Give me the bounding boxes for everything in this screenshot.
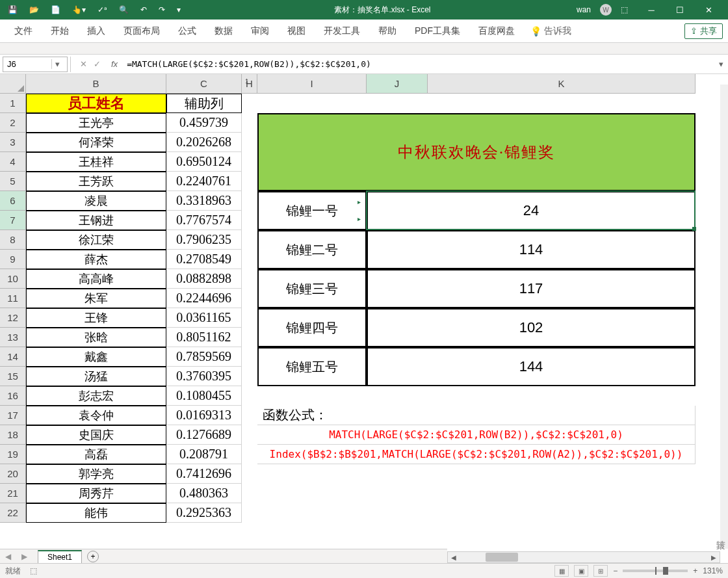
row-header-10[interactable]: 10: [0, 269, 26, 289]
ribbon-mode-icon[interactable]: ⬚: [621, 5, 628, 14]
row-header-9[interactable]: 9: [0, 250, 26, 269]
cell-b9[interactable]: 薛杰: [26, 250, 166, 269]
name-box[interactable]: J6 ▾: [3, 57, 68, 72]
header-employee-name[interactable]: 员工姓名: [26, 94, 166, 113]
row-header-17[interactable]: 17: [0, 406, 26, 425]
cell-b18[interactable]: 史国庆: [26, 425, 166, 445]
row-header-19[interactable]: 19: [0, 445, 26, 464]
row-header-16[interactable]: 16: [0, 386, 26, 406]
cell-c9[interactable]: 0.2708549: [166, 250, 242, 269]
macro-record-icon[interactable]: ⬚: [30, 566, 37, 575]
header-aux-column[interactable]: 辅助列: [166, 94, 242, 113]
formula-section-header[interactable]: 函数公式：: [257, 406, 696, 425]
col-header-B[interactable]: B: [26, 74, 166, 94]
scroll-right-icon[interactable]: ▶: [708, 554, 720, 561]
cell-c13[interactable]: 0.8051162: [166, 328, 242, 347]
tab-baidu[interactable]: 百度网盘: [469, 20, 524, 42]
cell-c3[interactable]: 0.2026268: [166, 133, 242, 152]
row-header-12[interactable]: 12: [0, 308, 26, 328]
tab-file[interactable]: 文件: [5, 20, 42, 42]
formula-line-2[interactable]: Index($B$2:$B$201,MATCH(LARGE($C$2:$C$20…: [257, 445, 696, 464]
row-header-2[interactable]: 2: [0, 113, 26, 133]
prize-banner[interactable]: 中秋联欢晚会·锦鲤奖: [257, 113, 696, 191]
cell-b7[interactable]: 王钢进: [26, 211, 166, 230]
undo-icon[interactable]: ↶: [140, 5, 147, 14]
cell-c18[interactable]: 0.1276689: [166, 425, 242, 445]
row-header-7[interactable]: 7: [0, 211, 26, 230]
row-header-22[interactable]: 22: [0, 503, 26, 523]
accept-formula-icon[interactable]: ✓: [94, 59, 101, 69]
redo-icon[interactable]: ↷: [159, 5, 165, 14]
row-header-14[interactable]: 14: [0, 347, 26, 367]
avatar[interactable]: W: [600, 4, 612, 16]
open-icon[interactable]: 📂: [29, 5, 39, 14]
row-header-1[interactable]: 1: [0, 94, 26, 113]
row-header-20[interactable]: 20: [0, 464, 26, 484]
cell-c20[interactable]: 0.7412696: [166, 464, 242, 484]
row-header-11[interactable]: 11: [0, 289, 26, 308]
row-header-4[interactable]: 4: [0, 152, 26, 172]
prize-label-3[interactable]: 锦鲤三号: [257, 269, 367, 308]
tab-review[interactable]: 审阅: [242, 20, 278, 42]
tab-formulas[interactable]: 公式: [169, 20, 205, 42]
formula-line-1[interactable]: MATCH(LARGE($C$2:$C$201,ROW(B2)),$C$2:$C…: [257, 425, 696, 445]
col-header-J[interactable]: J: [367, 74, 428, 94]
cell-c7[interactable]: 0.7767574: [166, 211, 242, 230]
tab-developer[interactable]: 开发工具: [315, 20, 369, 42]
save-icon[interactable]: 💾: [8, 5, 18, 14]
cell-c22[interactable]: 0.2925363: [166, 503, 242, 523]
prize-value-2[interactable]: 114: [367, 230, 696, 269]
tab-data[interactable]: 数据: [205, 20, 242, 42]
col-header-I[interactable]: I: [257, 74, 367, 94]
prize-label-5[interactable]: 锦鲤五号: [257, 347, 367, 386]
prize-value-4[interactable]: 102: [367, 308, 696, 347]
new-icon[interactable]: 📄: [51, 5, 60, 14]
row-header-21[interactable]: 21: [0, 484, 26, 503]
cell-c4[interactable]: 0.6950124: [166, 152, 242, 172]
formula-expand-icon[interactable]: ▾: [714, 59, 728, 69]
cell-b15[interactable]: 汤猛: [26, 367, 166, 386]
name-box-dropdown-icon[interactable]: ▾: [51, 59, 63, 69]
cell-c17[interactable]: 0.0169313: [166, 406, 242, 425]
qat-dropdown-icon[interactable]: ▾: [177, 5, 181, 14]
cell-b6[interactable]: 凌晨: [26, 191, 166, 211]
cell-b16[interactable]: 彭志宏: [26, 386, 166, 406]
tab-nav-prev-icon[interactable]: ◀: [0, 552, 16, 561]
cell-b4[interactable]: 王桂祥: [26, 152, 166, 172]
cell-b5[interactable]: 王芳跃: [26, 172, 166, 191]
maximize-button[interactable]: ☐: [666, 0, 694, 20]
cell-b14[interactable]: 戴鑫: [26, 347, 166, 367]
col-header-K[interactable]: K: [428, 74, 696, 94]
prize-label-1[interactable]: 锦鲤一号: [257, 191, 367, 230]
minimize-button[interactable]: ─: [637, 0, 666, 20]
cell-b2[interactable]: 王光亭: [26, 113, 166, 133]
scroll-left-icon[interactable]: ◀: [448, 554, 460, 561]
row-header-13[interactable]: 13: [0, 328, 26, 347]
user-name[interactable]: wan: [577, 5, 591, 14]
zoom-level[interactable]: 131%: [703, 566, 723, 575]
cell-c21[interactable]: 0.480363: [166, 484, 242, 503]
cell-c2[interactable]: 0.459739: [166, 113, 242, 133]
page-break-view-icon[interactable]: ⊞: [593, 565, 608, 577]
cell-c14[interactable]: 0.7859569: [166, 347, 242, 367]
tab-insert[interactable]: 插入: [78, 20, 114, 42]
cell-b21[interactable]: 周秀芹: [26, 484, 166, 503]
cell-c10[interactable]: 0.0882898: [166, 269, 242, 289]
tab-page-layout[interactable]: 页面布局: [114, 20, 169, 42]
col-header-H[interactable]: H: [242, 74, 257, 94]
cell-b19[interactable]: 高磊: [26, 445, 166, 464]
cell-b3[interactable]: 何泽荣: [26, 133, 166, 152]
cell-c8[interactable]: 0.7906235: [166, 230, 242, 250]
tab-home[interactable]: 开始: [42, 20, 78, 42]
fx-icon[interactable]: fx: [107, 59, 122, 69]
select-all-corner[interactable]: [0, 74, 26, 94]
share-button[interactable]: ⇪ 共享: [684, 23, 723, 39]
cell-b10[interactable]: 高高峰: [26, 269, 166, 289]
vertical-scrollbar[interactable]: [720, 85, 728, 549]
zoom-out-icon[interactable]: −: [613, 566, 618, 575]
horizontal-scrollbar[interactable]: ◀ ▶: [447, 551, 720, 563]
row-header-6[interactable]: 6: [0, 191, 26, 211]
tab-pdf-tools[interactable]: PDF工具集: [406, 20, 469, 42]
cell-c15[interactable]: 0.3760395: [166, 367, 242, 386]
formula-input[interactable]: =MATCH(LARGE($C$2:$C$201,ROW(B2)),$C$2:$…: [122, 59, 714, 69]
